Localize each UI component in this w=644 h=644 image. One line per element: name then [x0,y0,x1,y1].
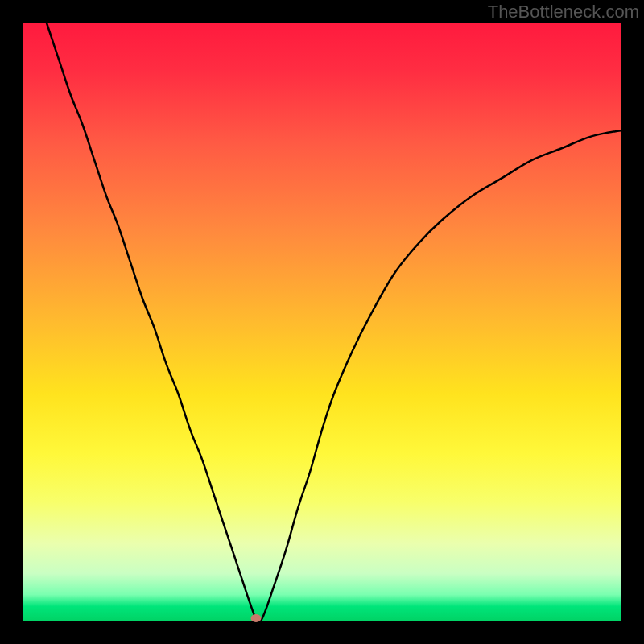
plot-frame [23,23,621,621]
bottleneck-curve [23,23,621,621]
minimum-marker [251,614,262,622]
plot-area [23,23,621,621]
watermark-text: TheBottleneck.com [488,2,639,23]
